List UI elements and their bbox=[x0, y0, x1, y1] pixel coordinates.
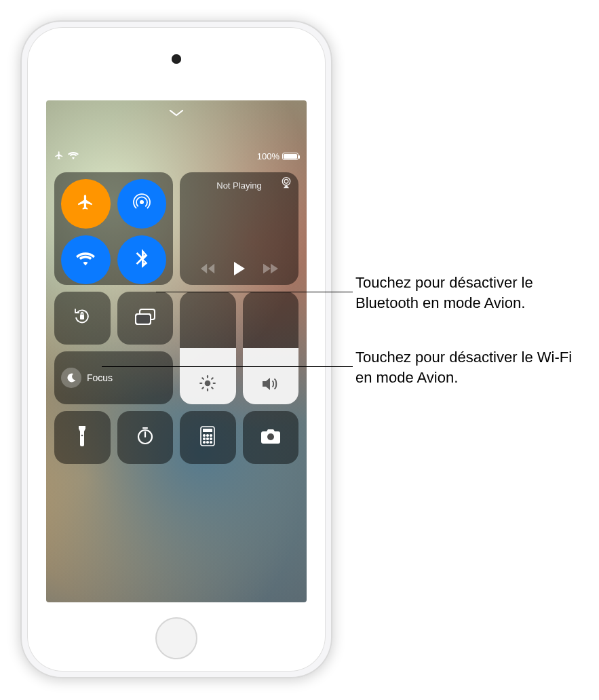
svg-point-24 bbox=[210, 435, 212, 437]
callout-line-wifi bbox=[102, 366, 353, 367]
wifi-toggle[interactable] bbox=[61, 235, 111, 285]
airdrop-toggle[interactable] bbox=[117, 179, 167, 229]
svg-point-29 bbox=[207, 442, 209, 444]
chevron-down-icon[interactable] bbox=[169, 109, 184, 121]
home-button[interactable] bbox=[155, 617, 197, 659]
battery-percent: 100% bbox=[257, 151, 279, 161]
front-camera bbox=[172, 54, 181, 64]
battery-icon bbox=[282, 153, 298, 160]
brightness-slider[interactable] bbox=[180, 292, 236, 404]
airdrop-icon bbox=[132, 193, 151, 214]
svg-point-28 bbox=[204, 442, 206, 444]
camera-icon bbox=[260, 428, 281, 447]
callout-wifi: Touchez pour désactiver le Wi-Fi en mode… bbox=[355, 347, 586, 387]
airplay-icon[interactable] bbox=[279, 176, 293, 191]
volume-icon bbox=[261, 376, 280, 395]
bluetooth-toggle[interactable] bbox=[117, 235, 167, 285]
calculator-icon bbox=[200, 426, 215, 449]
rotation-lock-icon bbox=[72, 307, 92, 330]
volume-slider[interactable] bbox=[243, 292, 299, 404]
svg-line-13 bbox=[212, 387, 213, 389]
screen: 100% bbox=[46, 100, 307, 602]
airplane-mode-toggle[interactable] bbox=[61, 179, 111, 229]
flashlight-icon bbox=[77, 426, 88, 449]
svg-point-30 bbox=[210, 442, 212, 444]
svg-point-27 bbox=[210, 438, 212, 440]
svg-line-14 bbox=[203, 387, 204, 389]
calculator-button[interactable] bbox=[180, 411, 236, 464]
rewind-button[interactable] bbox=[201, 263, 216, 277]
svg-rect-5 bbox=[136, 314, 151, 324]
brightness-icon bbox=[199, 374, 216, 395]
moon-icon bbox=[61, 368, 81, 388]
svg-point-2 bbox=[284, 180, 288, 184]
airplane-icon bbox=[77, 193, 94, 214]
focus-label: Focus bbox=[87, 372, 113, 383]
svg-point-0 bbox=[140, 200, 144, 204]
callout-bluetooth: Touchez pour désactiver le Bluetooth en … bbox=[355, 273, 593, 313]
control-center: Not Playing bbox=[54, 172, 298, 464]
connectivity-module bbox=[54, 172, 173, 285]
svg-rect-21 bbox=[203, 429, 212, 432]
rotation-lock-button[interactable] bbox=[54, 292, 111, 345]
svg-point-7 bbox=[205, 381, 211, 387]
callout-line-bluetooth bbox=[156, 292, 353, 292]
svg-line-15 bbox=[212, 378, 213, 379]
svg-rect-3 bbox=[80, 315, 84, 319]
svg-point-1 bbox=[282, 178, 290, 185]
forward-button[interactable] bbox=[263, 263, 278, 277]
screen-mirroring-icon bbox=[134, 308, 156, 328]
screen-mirroring-button[interactable] bbox=[117, 292, 174, 345]
svg-point-23 bbox=[207, 435, 209, 437]
timer-button[interactable] bbox=[117, 411, 174, 464]
bluetooth-icon bbox=[136, 249, 148, 271]
flashlight-button[interactable] bbox=[54, 411, 111, 464]
svg-point-22 bbox=[204, 435, 206, 437]
focus-button[interactable]: Focus bbox=[54, 351, 173, 404]
now-playing-module[interactable]: Not Playing bbox=[180, 172, 298, 285]
now-playing-title: Not Playing bbox=[216, 180, 261, 191]
device-frame: 100% bbox=[20, 20, 332, 678]
wifi-icon bbox=[76, 251, 95, 269]
svg-line-12 bbox=[203, 378, 204, 379]
svg-point-26 bbox=[207, 438, 209, 440]
svg-point-25 bbox=[204, 438, 206, 440]
svg-point-31 bbox=[267, 433, 274, 440]
wifi-status-icon bbox=[68, 151, 79, 161]
camera-button[interactable] bbox=[243, 411, 299, 464]
airplane-status-icon bbox=[54, 151, 64, 162]
status-bar: 100% bbox=[54, 151, 298, 162]
timer-icon bbox=[136, 427, 155, 448]
play-button[interactable] bbox=[233, 262, 246, 278]
svg-point-16 bbox=[81, 435, 83, 437]
